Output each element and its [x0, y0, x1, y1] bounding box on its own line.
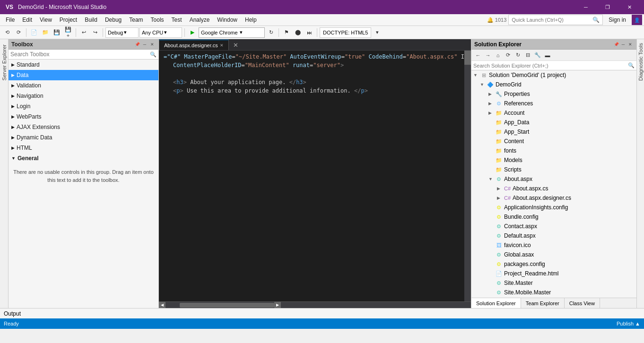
cpu-dropdown[interactable]: Any CPU ▾ [139, 27, 182, 38]
doctype-arrow[interactable]: ▾ [372, 27, 383, 38]
tree-sitemaster[interactable]: ⚙ Site.Master [471, 278, 636, 288]
tree-default[interactable]: ⚙ Default.aspx [471, 231, 636, 240]
undo-button[interactable]: ↩ [78, 27, 89, 38]
tree-about-aspx[interactable]: ▼ ⚙ About.aspx [471, 174, 636, 184]
toolbox-pin-button[interactable]: 📌 [134, 41, 140, 48]
tree-content[interactable]: 📁 Content [471, 137, 636, 146]
toolbox-category-dynamic[interactable]: ▶ Dynamic Data [9, 132, 158, 143]
tree-properties[interactable]: ▶ 🔧 Properties [471, 89, 636, 99]
se-properties-button[interactable]: 🔧 [533, 51, 542, 60]
editor-tab-active[interactable]: About.aspx.designer.cs ✕ [159, 40, 229, 50]
redo-button[interactable]: ↪ [90, 27, 100, 38]
menu-help[interactable]: Help [241, 14, 261, 26]
bp-button[interactable]: ⬤ [293, 27, 303, 38]
menu-debug[interactable]: Debug [101, 14, 125, 26]
tab-scroll-right[interactable]: ✕ [231, 40, 241, 50]
tree-appdata[interactable]: 📁 App_Data [471, 118, 636, 127]
tree-readme[interactable]: 📄 Project_Readme.html [471, 269, 636, 278]
run-button[interactable]: ▶ [187, 27, 198, 38]
toolbox-category-data[interactable]: ▶ Data [9, 70, 158, 80]
menu-file[interactable]: File [2, 14, 18, 26]
menu-edit[interactable]: Edit [18, 14, 36, 26]
menu-team[interactable]: Team [125, 14, 147, 26]
se-tab-class-view[interactable]: Class View [565, 298, 600, 308]
quick-launch-input[interactable] [512, 17, 591, 23]
se-pin-button[interactable]: 📌 [613, 41, 619, 48]
menu-analyze[interactable]: Analyze [186, 14, 214, 26]
publish-button[interactable]: Publish ▲ [617, 321, 640, 326]
tree-mobilemaster[interactable]: ⚙ Site.Mobile.Master [471, 288, 636, 297]
account-button[interactable]: 👤 [632, 15, 642, 25]
toolbox-category-login[interactable]: ▶ Login [9, 101, 158, 111]
tree-project[interactable]: ▼ 🔷 DemoGrid [471, 80, 636, 89]
tree-fonts[interactable]: 📁 fonts [471, 146, 636, 155]
tree-scripts[interactable]: 📁 Scripts [471, 165, 636, 174]
save-all-button[interactable]: 💾+ [63, 27, 73, 38]
menu-tools[interactable]: Tools [147, 14, 168, 26]
se-minimize-button[interactable]: ─ [620, 41, 627, 48]
hscroll-left[interactable]: ◀ [159, 302, 165, 309]
se-search-input[interactable] [473, 63, 628, 69]
minimize-button[interactable]: ─ [575, 0, 597, 14]
tree-packages[interactable]: ⚙ packages.config [471, 259, 636, 269]
se-home-button[interactable]: ⌂ [493, 51, 503, 60]
tree-contact[interactable]: ⚙ Contact.aspx [471, 222, 636, 231]
tree-favicon[interactable]: 🖼 favicon.ico [471, 240, 636, 250]
se-close-button[interactable]: ✕ [627, 41, 634, 48]
toolbox-category-navigation[interactable]: ▶ Navigation [9, 91, 158, 101]
tab-close-button[interactable]: ✕ [220, 43, 224, 48]
toolbox-close-button[interactable]: ✕ [149, 41, 156, 48]
se-tab-team-explorer[interactable]: Team Explorer [521, 298, 565, 308]
tree-global[interactable]: ⚙ Global.asax [471, 250, 636, 259]
menu-window[interactable]: Window [213, 14, 241, 26]
toolbox-category-general[interactable]: ▼ General [9, 153, 158, 163]
tree-appstart[interactable]: 📁 App_Start [471, 127, 636, 137]
open-file-button[interactable]: 📁 [40, 27, 51, 38]
editor-hscroll-thumb[interactable] [180, 303, 274, 308]
toolbox-category-standard[interactable]: ▶ Standard [9, 60, 158, 70]
toolbox-category-ajax[interactable]: ▶ AJAX Extensions [9, 122, 158, 132]
new-file-button[interactable]: 📄 [29, 27, 39, 38]
tree-account[interactable]: ▶ 📁 Account [471, 108, 636, 118]
close-button[interactable]: ✕ [618, 0, 640, 14]
toolbox-category-validation[interactable]: ▶ Validation [9, 80, 158, 91]
editor-scroll-thumb[interactable] [464, 51, 471, 65]
se-sync-button[interactable]: ⟳ [503, 51, 513, 60]
editor-content[interactable]: ="C#" MasterPageFile="~/Site.Master" Aut… [159, 51, 471, 301]
se-forward-button[interactable]: → [483, 51, 493, 60]
forward-button[interactable]: ⟳ [13, 27, 24, 38]
toolbox-category-html[interactable]: ▶ HTML [9, 143, 158, 153]
debug-mode-dropdown[interactable]: Debug ▾ [105, 27, 139, 38]
refresh-button[interactable]: ↻ [266, 27, 276, 38]
menu-test[interactable]: Test [168, 14, 186, 26]
toolbox-minimize-button[interactable]: ─ [141, 41, 148, 48]
browser-select[interactable]: Google Chrome ▾ [199, 27, 265, 38]
se-collapse-button[interactable]: ⊟ [523, 51, 532, 60]
toolbox-category-webparts[interactable]: ▶ WebParts [9, 111, 158, 122]
editor-hscrollbar[interactable]: ◀ ▶ [159, 301, 471, 308]
sign-in-button[interactable]: Sign in [605, 16, 630, 24]
se-back-button[interactable]: ← [473, 51, 483, 60]
step-button[interactable]: ⏭ [304, 27, 314, 38]
tree-references[interactable]: ▶ ⚙ References [471, 99, 636, 108]
tree-about-designer-cs[interactable]: ▶ C# About.aspx.designer.cs [471, 193, 636, 203]
se-filter-button[interactable]: ▬ [543, 51, 552, 60]
back-button[interactable]: ⟲ [2, 27, 12, 38]
tree-appinsights[interactable]: ⚙ ApplicationInsights.config [471, 203, 636, 212]
tree-bundle[interactable]: ⚙ Bundle.config [471, 212, 636, 222]
hscroll-right[interactable]: ▶ [274, 302, 281, 309]
restore-button[interactable]: ❐ [597, 0, 618, 14]
menu-view[interactable]: View [36, 14, 56, 26]
bookmark-button[interactable]: ⚑ [281, 27, 292, 38]
tree-models[interactable]: 📁 Models [471, 155, 636, 165]
save-button[interactable]: 💾 [52, 27, 62, 38]
diagnostic-tools-tab[interactable]: Diagnostic Tools [637, 39, 644, 85]
menu-build[interactable]: Build [81, 14, 101, 26]
tree-solution[interactable]: ▼ ⊞ Solution 'DemoGrid' (1 project) [471, 70, 636, 80]
tree-about-cs[interactable]: ▶ C# About.aspx.cs [471, 184, 636, 193]
se-refresh-button[interactable]: ↻ [513, 51, 522, 60]
editor-scrollbar[interactable] [464, 51, 471, 301]
server-explorer-tab[interactable]: Server Explorer [0, 41, 9, 84]
toolbox-search-input[interactable] [10, 51, 150, 58]
se-tab-solution-explorer[interactable]: Solution Explorer [471, 298, 521, 308]
